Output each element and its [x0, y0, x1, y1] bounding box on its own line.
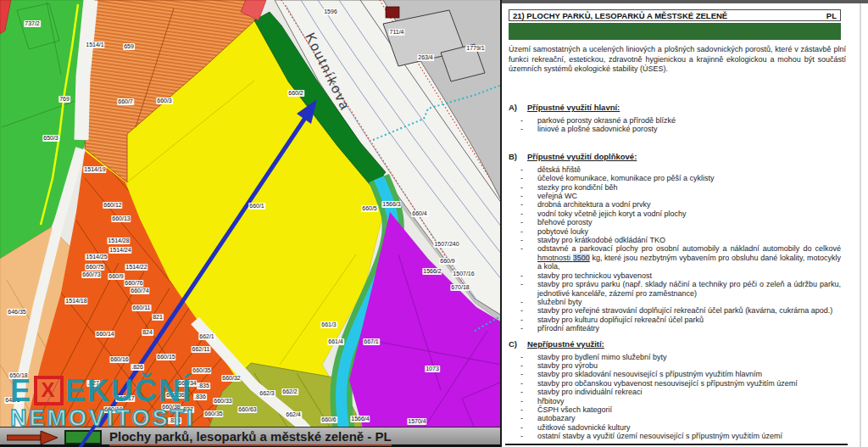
- bullet-item: -stezky pro kondiční běh: [509, 183, 849, 192]
- bullet-dash: -: [509, 116, 537, 125]
- bullet-dash: -: [509, 192, 537, 200]
- bullet-text: břehové porosty: [537, 218, 849, 226]
- screenshot-root: Koutníkova 737/21514/1659660/7660/376965…: [0, 0, 868, 447]
- section-heading: C)Nepřípustné využití:: [509, 339, 849, 349]
- bullet-item: -pobytové louky: [509, 227, 849, 236]
- bullet-dash: -: [509, 361, 537, 370]
- section-letter: A): [509, 103, 527, 112]
- bullet-dash: -: [509, 200, 537, 209]
- bullet-text: ČSPH všech kategorií: [537, 405, 849, 414]
- bullet-item: -stavby pro občanskou vybavenost nesouvi…: [509, 379, 849, 388]
- bullet-dash: -: [509, 227, 537, 236]
- bullet-dash: -: [509, 183, 537, 192]
- bullet-item: -parkové porosty okrasné a přírodě blízk…: [509, 116, 849, 125]
- bullet-item: -ostatní stavby a využití území nesouvis…: [509, 432, 849, 440]
- bullet-item: -přírodní amfiteátry: [509, 324, 849, 332]
- bullet-text: stavby pro občanskou vybavenost nesouvis…: [537, 379, 849, 388]
- section-gap: [509, 333, 849, 339]
- bullet-text: odstavné a parkovací plochy pro osobní a…: [537, 244, 849, 271]
- bullet-item: -stavby pro správu parku (např. sklady n…: [509, 280, 849, 298]
- bullet-dash: -: [509, 370, 537, 378]
- bullet-text: stavby pro technickou vybavenost: [537, 271, 849, 280]
- bullet-text: parkové porosty okrasné a přírodě blízké: [537, 116, 849, 125]
- bullet-dash: -: [509, 423, 537, 432]
- bullet-text: stavby pro kulturu doplňující rekreační …: [537, 316, 849, 324]
- bullet-text: veřejná WC: [537, 192, 849, 200]
- bullet-item: -vodní toky včetně jejich koryt a vodní …: [509, 210, 849, 218]
- bullet-text: ostatní stavby a využití území nesouvise…: [537, 432, 849, 440]
- doc-title-code: PL: [826, 11, 837, 20]
- bullet-text: vodní toky včetně jejich koryt a vodní p…: [537, 210, 849, 218]
- bullet-dash: -: [509, 125, 537, 133]
- bullet-text: stavby pro výrobu: [537, 361, 849, 370]
- bullet-item: -stavby pro výrobu: [509, 361, 849, 370]
- section-gap: [509, 134, 849, 152]
- bullet-dash: -: [509, 306, 537, 315]
- bullet-item: -stavby pro kulturu doplňující rekreační…: [509, 316, 849, 324]
- red-building: [386, 7, 399, 18]
- bullet-dash: -: [509, 405, 537, 414]
- bullet-text: drobná architektura a vodní prvky: [537, 200, 849, 209]
- regulation-document-panel[interactable]: 21) PLOCHY PARKŮ, LESOPARKŮ A MĚSTSKÉ ZE…: [502, 0, 868, 447]
- zoning-map-panel[interactable]: Koutníkova 737/21514/1659660/7660/376965…: [0, 0, 502, 447]
- bullet-item: -drobná architektura a vodní prvky: [509, 200, 849, 209]
- bullet-dash: -: [509, 432, 537, 440]
- zoning-map-image: Koutníkova: [0, 0, 502, 447]
- bullet-text: přírodní amfiteátry: [537, 324, 849, 332]
- bullet-item: -stavby pro skladování nesouvisející s p…: [509, 370, 849, 378]
- bullet-dash: -: [509, 316, 537, 324]
- bullet-text: účelové komunikace, komunikace pro pěší …: [537, 174, 849, 182]
- section-title: Nepřípustné využití:: [527, 339, 604, 349]
- highlighted-text: 3500: [573, 254, 590, 262]
- bullet-item: -stavby pro bydlení mimo služební byty: [509, 353, 849, 361]
- bullet-dash: -: [509, 218, 537, 226]
- bullet-item: -účelové komunikace, komunikace pro pěší…: [509, 174, 849, 182]
- bullet-text: stezky pro kondiční běh: [537, 183, 849, 192]
- bullet-dash: -: [509, 353, 537, 361]
- bullet-text: liniové a plošné sadovnické porosty: [537, 125, 849, 133]
- section-c: C)Nepřípustné využití:-stavby pro bydlen…: [509, 339, 849, 441]
- doc-intro-paragraph: Území samostatných a ucelených liniových…: [509, 45, 846, 75]
- bullet-item: -ČSPH všech kategorií: [509, 405, 849, 414]
- bullet-item: -stavby pro technickou vybavenost: [509, 271, 849, 280]
- bullet-text: pobytové louky: [537, 227, 849, 236]
- doc-green-bar: [509, 23, 841, 40]
- red-arrow-icon: [7, 431, 59, 444]
- bullet-dash: -: [509, 236, 537, 244]
- bullet-text: stavby pro krátkodobé odkládání TKO: [537, 236, 849, 244]
- bullet-dash: -: [509, 379, 537, 388]
- bullet-text: užitkové sadovnické kultury: [537, 423, 849, 432]
- bullet-item: -stavby pro individuální rekreaci: [509, 388, 849, 396]
- bullet-text: stavby pro bydlení mimo služební byty: [537, 353, 849, 361]
- bullet-dash: -: [509, 388, 537, 396]
- legend-caption-bar: Plochy parků, lesoparků a městské zeleně…: [0, 427, 502, 447]
- bullet-dash: -: [509, 414, 537, 422]
- bullet-text: dětská hřiště: [537, 165, 849, 174]
- bullet-item: -břehové porosty: [509, 218, 849, 226]
- bullet-text: služební byty: [537, 298, 849, 306]
- bullet-dash: -: [509, 244, 537, 271]
- bullet-item: -užitkové sadovnické kultury: [509, 423, 849, 432]
- bullet-item: -stavby pro veřejné stravování doplňujíc…: [509, 306, 849, 315]
- section-title: Přípustné využití hlavní:: [527, 103, 620, 112]
- section-b: B)Přípustné využití doplňkové:-dětská hř…: [509, 152, 849, 333]
- bullet-dash: -: [509, 397, 537, 405]
- section-heading: A)Přípustné využití hlavní:: [509, 103, 849, 112]
- bullet-dash: -: [509, 165, 537, 174]
- bullet-text: stavby pro individuální rekreaci: [537, 388, 849, 396]
- underlined-text: hmotnosti: [537, 254, 573, 262]
- bullet-item: -odstavné a parkovací plochy pro osobní …: [509, 244, 849, 271]
- legend-color-swatch: [64, 430, 102, 444]
- bullet-item: -hřbitovy: [509, 397, 849, 405]
- bullet-dash: -: [509, 324, 537, 332]
- bullet-dash: -: [509, 271, 537, 280]
- bullet-text: autobazary: [537, 414, 849, 422]
- bullet-text: stavby pro veřejné stravování doplňující…: [537, 306, 849, 315]
- doc-title-box: 21) PLOCHY PARKŮ, LESOPARKŮ A MĚSTSKÉ ZE…: [509, 9, 841, 21]
- bullet-dash: -: [509, 210, 537, 218]
- bullet-item: -veřejná WC: [509, 192, 849, 200]
- bullet-item: -služební byty: [509, 298, 849, 306]
- bullet-text: hřbitovy: [537, 397, 849, 405]
- doc-title: 21) PLOCHY PARKŮ, LESOPARKŮ A MĚSTSKÉ ZE…: [513, 11, 727, 20]
- bullet-item: -dětská hřiště: [509, 165, 849, 174]
